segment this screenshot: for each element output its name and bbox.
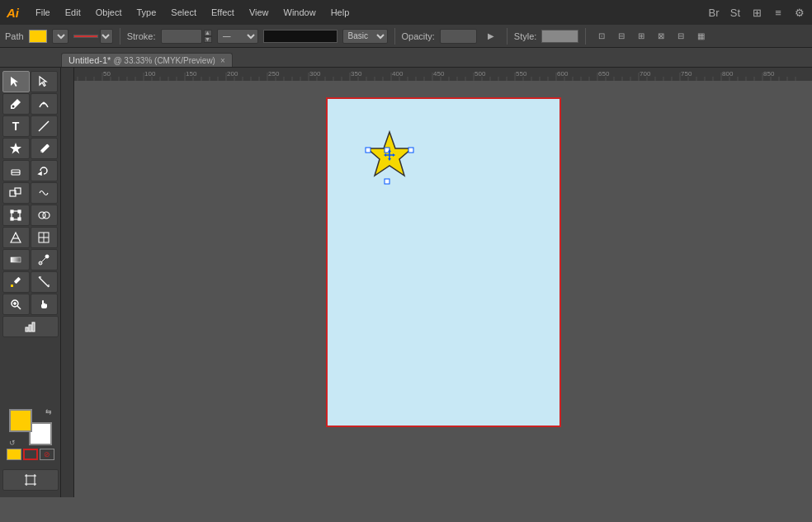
zoom-tool[interactable] bbox=[2, 294, 30, 315]
menu-file[interactable]: File bbox=[29, 4, 57, 21]
stock-icon[interactable]: St bbox=[726, 3, 744, 21]
workspace-icon[interactable]: ⊞ bbox=[748, 3, 766, 21]
gradient-tool[interactable] bbox=[2, 249, 30, 270]
menu-view[interactable]: View bbox=[243, 4, 276, 21]
eyedropper-tool[interactable] bbox=[2, 271, 30, 293]
svg-text:250: 250 bbox=[268, 70, 280, 78]
menu-help[interactable]: Help bbox=[324, 4, 356, 21]
svg-text:700: 700 bbox=[640, 70, 651, 78]
svg-marker-8 bbox=[39, 172, 41, 175]
ruler-vertical bbox=[61, 68, 74, 497]
artboard-tool[interactable] bbox=[2, 469, 59, 491]
free-transform-tool[interactable] bbox=[2, 205, 30, 226]
hand-tool[interactable] bbox=[31, 294, 58, 315]
pencil-tool[interactable] bbox=[31, 138, 58, 159]
menu-bar: Ai File Edit Object Type Select Effect V… bbox=[0, 0, 812, 25]
settings-icon[interactable]: ⚙ bbox=[791, 3, 809, 21]
tool-row-7 bbox=[2, 205, 59, 226]
star-shape[interactable] bbox=[361, 128, 418, 186]
artboard[interactable] bbox=[326, 97, 561, 427]
chart-tool[interactable] bbox=[2, 316, 59, 337]
blend-tool[interactable] bbox=[31, 249, 58, 270]
stroke-up[interactable]: ▲ bbox=[204, 30, 212, 36]
stroke-style-dropdown[interactable]: — bbox=[217, 29, 258, 44]
tool-row-8 bbox=[2, 227, 59, 248]
menu-select[interactable]: Select bbox=[164, 4, 203, 21]
align-icon-1[interactable]: ⊡ bbox=[592, 27, 611, 45]
svg-marker-18 bbox=[11, 233, 21, 242]
artboard-container bbox=[74, 81, 812, 497]
line-segment-tool[interactable] bbox=[31, 115, 58, 137]
rotate-tool[interactable] bbox=[31, 160, 58, 181]
stroke-spinner[interactable]: ▲ ▼ bbox=[204, 30, 212, 43]
align-icon-3[interactable]: ⊞ bbox=[632, 27, 650, 45]
align-icon-5[interactable]: ⊟ bbox=[672, 27, 690, 45]
type-tool[interactable]: T bbox=[2, 115, 30, 137]
none-mode-button[interactable]: ⊘ bbox=[40, 449, 54, 460]
menu-type[interactable]: Type bbox=[130, 4, 163, 21]
sel-handle-tl bbox=[366, 148, 371, 153]
svg-point-1 bbox=[43, 102, 45, 105]
color-area: ↺ ⇆ ⊘ bbox=[2, 406, 59, 463]
tool-row-9 bbox=[2, 249, 59, 270]
selection-tool[interactable] bbox=[2, 71, 30, 92]
canvas-area[interactable]: 5010015020025030035040045050055060065070… bbox=[61, 68, 812, 497]
menu-window[interactable]: Window bbox=[277, 4, 323, 21]
menu-effect[interactable]: Effect bbox=[205, 4, 241, 21]
align-icon-4[interactable]: ⊠ bbox=[652, 27, 670, 45]
fill-dropdown[interactable] bbox=[52, 29, 68, 44]
star-tool[interactable] bbox=[2, 138, 30, 159]
stroke-preset-dropdown[interactable]: Basic bbox=[342, 29, 388, 44]
svg-text:350: 350 bbox=[351, 70, 362, 78]
tool-row-11 bbox=[2, 294, 59, 315]
top-icon-bar: Br St ⊞ ≡ ⚙ bbox=[705, 3, 809, 21]
shape-builder-tool[interactable] bbox=[31, 205, 58, 226]
search-icon[interactable]: ≡ bbox=[769, 3, 787, 21]
svg-rect-23 bbox=[11, 257, 21, 262]
svg-text:550: 550 bbox=[516, 70, 527, 78]
curvature-tool[interactable] bbox=[31, 93, 58, 115]
svg-text:200: 200 bbox=[227, 70, 238, 78]
scale-tool[interactable] bbox=[2, 182, 30, 204]
reset-colors-icon[interactable]: ↺ bbox=[9, 439, 16, 447]
fill-mode-button[interactable] bbox=[7, 449, 21, 460]
stroke-mode-button[interactable] bbox=[23, 449, 38, 460]
bridge-icon[interactable]: Br bbox=[705, 3, 723, 21]
stroke-down[interactable]: ▼ bbox=[204, 36, 212, 43]
opacity-input[interactable]: 100% bbox=[440, 29, 477, 44]
svg-text:150: 150 bbox=[186, 70, 197, 78]
swap-colors-icon[interactable]: ⇆ bbox=[45, 407, 52, 416]
opacity-more-icon[interactable]: ▶ bbox=[482, 27, 500, 45]
perspective-tool[interactable] bbox=[2, 227, 30, 248]
svg-rect-27 bbox=[11, 285, 13, 287]
tool-row-12 bbox=[2, 316, 59, 337]
sel-handle-tm bbox=[385, 148, 389, 153]
tab-close-button[interactable]: × bbox=[220, 56, 225, 65]
align-icon-6[interactable]: ▦ bbox=[692, 27, 710, 45]
mesh-tool[interactable] bbox=[31, 227, 58, 248]
svg-text:450: 450 bbox=[433, 70, 445, 78]
artboard-icon-area bbox=[0, 466, 61, 494]
eraser-tool[interactable] bbox=[2, 160, 30, 181]
svg-point-0 bbox=[12, 106, 15, 108]
pen-tool[interactable] bbox=[2, 93, 30, 115]
align-tools: ⊡ ⊟ ⊞ ⊠ ⊟ ▦ bbox=[592, 27, 710, 45]
menu-edit[interactable]: Edit bbox=[59, 4, 87, 21]
fill-swatch[interactable] bbox=[29, 30, 47, 43]
sel-handle-bm bbox=[385, 179, 389, 184]
foreground-color-swatch[interactable] bbox=[9, 409, 32, 432]
background-color-swatch[interactable] bbox=[29, 422, 52, 445]
menu-object[interactable]: Object bbox=[89, 4, 129, 21]
svg-text:600: 600 bbox=[557, 70, 569, 78]
document-tab[interactable]: Untitled-1* @ 33.33% (CMYK/Preview) × bbox=[61, 53, 233, 67]
measure-tool[interactable] bbox=[31, 271, 58, 293]
tool-row-2 bbox=[2, 93, 59, 115]
direct-selection-tool[interactable] bbox=[31, 71, 58, 92]
stroke-input[interactable] bbox=[161, 29, 202, 44]
stroke-line-preview bbox=[263, 30, 338, 43]
svg-text:100: 100 bbox=[144, 70, 156, 78]
warp-tool[interactable] bbox=[31, 182, 58, 204]
style-swatch[interactable] bbox=[541, 30, 578, 43]
stroke-dropdown[interactable] bbox=[100, 29, 113, 44]
align-icon-2[interactable]: ⊟ bbox=[612, 27, 630, 45]
